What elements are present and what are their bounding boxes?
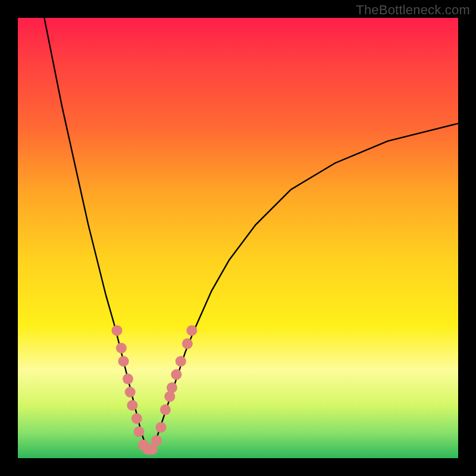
bottleneck-curve bbox=[44, 18, 458, 449]
chart-plot-area bbox=[18, 18, 458, 458]
marker-dot bbox=[186, 325, 197, 336]
chart-svg bbox=[18, 18, 458, 458]
marker-dot bbox=[134, 427, 145, 437]
marker-dot bbox=[116, 343, 127, 353]
marker-dot bbox=[131, 413, 142, 424]
marker-dot bbox=[156, 422, 167, 433]
marker-dot bbox=[171, 369, 181, 380]
marker-dot bbox=[123, 374, 133, 384]
marker-dot bbox=[151, 435, 162, 446]
marker-dot bbox=[182, 339, 193, 349]
marker-dot bbox=[118, 356, 129, 367]
marker-dot bbox=[160, 405, 171, 415]
marker-dot bbox=[112, 325, 123, 336]
marker-dots bbox=[112, 325, 198, 455]
marker-dot bbox=[176, 356, 186, 367]
marker-dot bbox=[167, 383, 177, 393]
watermark-text: TheBottleneck.com bbox=[356, 2, 470, 18]
marker-dot bbox=[125, 387, 136, 397]
marker-dot bbox=[127, 400, 137, 411]
